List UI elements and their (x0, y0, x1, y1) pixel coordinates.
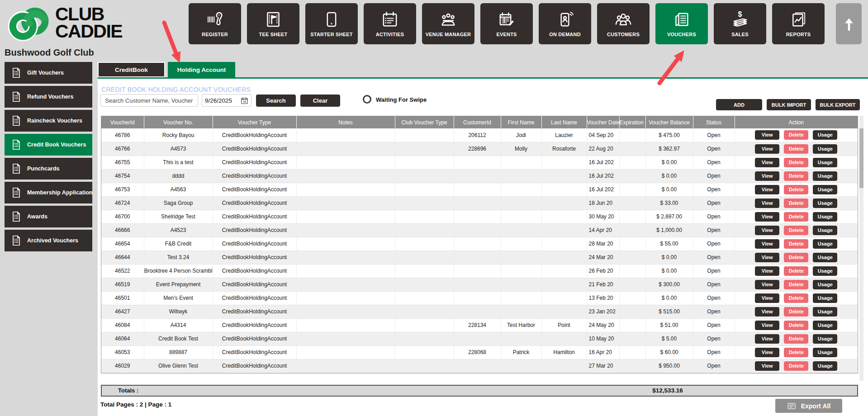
nav-button-vouchers[interactable]: VOUCHERS (655, 3, 708, 44)
search-button[interactable]: Search (256, 95, 296, 107)
col-header-customerid: CustomerId (454, 116, 501, 128)
delete-button[interactable]: Delete (784, 266, 808, 276)
tab-holding-account[interactable]: Holding Account (168, 62, 235, 77)
delete-button[interactable]: Delete (784, 144, 808, 154)
view-button[interactable]: View (755, 361, 779, 371)
delete-button[interactable]: Delete (784, 280, 808, 289)
venue-manager-icon (439, 10, 457, 28)
delete-button[interactable]: Delete (784, 321, 808, 330)
view-button[interactable]: View (755, 307, 779, 317)
usage-button[interactable]: Usage (813, 212, 837, 222)
nav-button-activities[interactable]: ACTIVITIES (364, 3, 416, 44)
usage-button[interactable]: Usage (813, 334, 837, 344)
waiting-for-swipe-radio[interactable] (363, 95, 371, 104)
nav-button-on-demand[interactable]: ON DEMAND (539, 3, 591, 44)
usage-button[interactable]: Usage (813, 361, 837, 371)
sidebar-item-credit-book-vouchers[interactable]: Credit Book Vouchers (5, 134, 92, 156)
view-button[interactable]: View (755, 185, 779, 194)
cell-action: ViewDeleteUsage (735, 210, 858, 223)
usage-button[interactable]: Usage (813, 293, 837, 303)
bulk-export-button[interactable]: BULK EXPORT (816, 99, 860, 110)
delete-button[interactable]: Delete (784, 226, 808, 235)
delete-button[interactable]: Delete (784, 334, 808, 344)
view-button[interactable]: View (755, 199, 779, 208)
search-input[interactable] (100, 94, 198, 107)
usage-button[interactable]: Usage (813, 253, 837, 262)
usage-button[interactable]: Usage (813, 171, 837, 181)
view-button[interactable]: View (755, 144, 779, 154)
nav-button-sales[interactable]: SALES (714, 3, 766, 44)
bulk-import-button[interactable]: BULK IMPORT (767, 99, 811, 110)
usage-button[interactable]: Usage (813, 348, 837, 357)
view-button[interactable]: View (755, 226, 779, 235)
view-button[interactable]: View (755, 293, 779, 303)
usage-button[interactable]: Usage (813, 185, 837, 194)
usage-button[interactable]: Usage (813, 280, 837, 289)
nav-button-customers[interactable]: CUSTOMERS (597, 3, 650, 44)
add-button[interactable]: ADD (716, 99, 762, 110)
usage-button[interactable]: Usage (813, 321, 837, 330)
waiting-for-swipe-label: Waiting For Swipe (376, 96, 427, 103)
view-button[interactable]: View (755, 239, 779, 249)
usage-button[interactable]: Usage (813, 266, 837, 276)
clear-button[interactable]: Clear (300, 95, 340, 107)
delete-button[interactable]: Delete (784, 158, 808, 167)
date-field[interactable]: 9/26/2025 (202, 94, 251, 107)
export-all-button[interactable]: Export All (775, 399, 842, 413)
scroll-up-button[interactable] (836, 3, 862, 44)
nav-button-starter-sheet[interactable]: STARTER SHEET (305, 3, 358, 44)
delete-button[interactable]: Delete (784, 361, 808, 371)
nav-button-register[interactable]: REGISTER (189, 3, 241, 44)
view-button[interactable]: View (755, 212, 779, 222)
reports-icon (789, 10, 807, 28)
cell-first-name (501, 305, 541, 318)
delete-button[interactable]: Delete (784, 212, 808, 222)
scrollbar-thumb[interactable] (859, 128, 863, 188)
nav-button-tee-sheet[interactable]: TEE SHEET (247, 3, 299, 44)
delete-button[interactable]: Delete (784, 171, 808, 181)
sidebar-item-membership-application[interactable]: Membership Application (5, 182, 92, 203)
table-scrollbar[interactable] (859, 116, 863, 381)
sidebar-item-archived-vouchers[interactable]: Archived Vouchers (5, 230, 92, 251)
usage-button[interactable]: Usage (813, 130, 837, 140)
view-button[interactable]: View (755, 280, 779, 289)
usage-button[interactable]: Usage (813, 144, 837, 154)
col-header-voucher-no: Voucher No. (144, 116, 213, 128)
view-button[interactable]: View (755, 348, 779, 357)
cell-last-name: Lauzier (541, 128, 587, 142)
view-button[interactable]: View (755, 334, 779, 344)
delete-button[interactable]: Delete (784, 348, 808, 357)
delete-button[interactable]: Delete (784, 185, 808, 194)
view-button[interactable]: View (755, 130, 779, 140)
view-button[interactable]: View (755, 158, 779, 167)
delete-button[interactable]: Delete (784, 239, 808, 249)
table-row: 46754ddddCreditBookHoldingAccount16 Jul … (101, 169, 858, 183)
delete-button[interactable]: Delete (784, 293, 808, 303)
cell-customerid (454, 196, 501, 210)
view-button[interactable]: View (755, 171, 779, 181)
sidebar-item-punchcards[interactable]: Punchcards (5, 158, 92, 180)
sidebar-item-raincheck-vouchers[interactable]: Raincheck Vouchers (5, 110, 92, 132)
delete-button[interactable]: Delete (784, 307, 808, 317)
delete-button[interactable]: Delete (784, 130, 808, 140)
delete-button[interactable]: Delete (784, 253, 808, 262)
nav-button-events[interactable]: EVENTS (480, 3, 533, 44)
usage-button[interactable]: Usage (813, 239, 837, 249)
view-button[interactable]: View (755, 253, 779, 262)
tab-creditbook[interactable]: CreditBook (98, 62, 165, 77)
sidebar-item-gift-vouchers[interactable]: Gift Vouchers (5, 62, 92, 84)
usage-button[interactable]: Usage (813, 307, 837, 317)
usage-button[interactable]: Usage (813, 158, 837, 167)
usage-button[interactable]: Usage (813, 226, 837, 235)
sidebar-item-refund-vouchers[interactable]: Refund Vouchers (5, 86, 92, 108)
nav-button-venue-manager[interactable]: VENUE MANAGER (422, 3, 474, 44)
cell-voucher-balance: $ 300.00 (645, 278, 693, 291)
view-button[interactable]: View (755, 321, 779, 330)
view-button[interactable]: View (755, 266, 779, 276)
nav-button-reports[interactable]: REPORTS (772, 3, 825, 44)
delete-button[interactable]: Delete (784, 199, 808, 208)
cell-status: Open (693, 305, 735, 318)
cell-voucherid: 46753 (101, 183, 144, 196)
usage-button[interactable]: Usage (813, 199, 837, 208)
sidebar-item-awards[interactable]: Awards (5, 206, 92, 227)
